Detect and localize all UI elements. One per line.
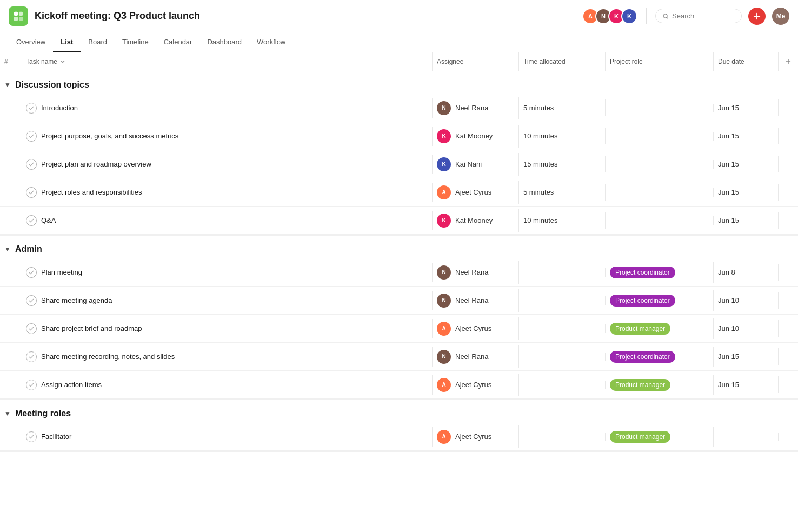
- group-admin: ▼ Admin Plan meeting N Neel Rana Project…: [0, 236, 798, 400]
- table-row: Facilitator A Ajeet Cyrus Product manage…: [0, 423, 798, 451]
- col-num-header: #: [0, 52, 22, 71]
- assignee-name: Kat Mooney: [455, 216, 493, 224]
- group-discussion-topics: ▼ Discussion topics Introduction N Neel …: [0, 71, 798, 236]
- task-cell[interactable]: Assign action items: [22, 375, 433, 395]
- check-icon[interactable]: [26, 295, 37, 306]
- assignee-name: Neel Rana: [455, 296, 488, 304]
- user-avatar[interactable]: Me: [772, 8, 789, 25]
- app-icon: [9, 6, 28, 26]
- team-avatars[interactable]: A N K K: [582, 8, 637, 24]
- due-cell: Jun 10: [714, 320, 779, 337]
- due-cell: Jun 15: [714, 99, 779, 116]
- group-meeting-roles-header: ▼ Meeting roles: [0, 400, 798, 423]
- role-badge[interactable]: Project coordinator: [610, 295, 675, 307]
- due-cell: Jun 15: [714, 156, 779, 172]
- due-cell: Jun 15: [714, 128, 779, 144]
- task-cell[interactable]: Share project brief and roadmap: [22, 319, 433, 338]
- task-cell[interactable]: Project plan and roadmap overview: [22, 155, 433, 174]
- tab-calendar[interactable]: Calendar: [156, 32, 200, 52]
- time-cell: 10 minutes: [519, 128, 606, 144]
- add-column-icon[interactable]: [784, 58, 792, 65]
- tab-overview[interactable]: Overview: [9, 32, 53, 52]
- project-title: Kickoff meeting: Q3 Product launch: [35, 10, 200, 22]
- task-name: Share meeting agenda: [41, 296, 112, 304]
- role-badge[interactable]: Product manager: [610, 323, 670, 335]
- role-cell: Project coordinator: [606, 347, 714, 367]
- check-icon[interactable]: [26, 323, 37, 334]
- role-cell: [606, 160, 714, 169]
- group-chevron-discussion[interactable]: ▼: [4, 81, 11, 89]
- assignee-cell: K Kat Mooney: [433, 125, 519, 148]
- tab-list[interactable]: List: [53, 32, 81, 52]
- table-row: Introduction N Neel Rana 5 minutes Jun 1…: [0, 94, 798, 122]
- avatar: N: [437, 265, 451, 280]
- task-name: Assign action items: [41, 381, 102, 389]
- sort-icon[interactable]: [59, 58, 66, 65]
- task-cell[interactable]: Introduction: [22, 98, 433, 118]
- check-icon[interactable]: [26, 215, 37, 226]
- task-name: Project plan and roadmap overview: [41, 160, 151, 168]
- check-icon[interactable]: [26, 267, 37, 278]
- role-cell: [606, 132, 714, 141]
- task-cell[interactable]: Facilitator: [22, 427, 433, 447]
- tab-timeline[interactable]: Timeline: [115, 32, 156, 52]
- role-badge[interactable]: Product manager: [610, 379, 670, 391]
- search-box[interactable]: [655, 9, 742, 23]
- role-badge[interactable]: Product manager: [610, 431, 670, 443]
- time-cell: [519, 433, 606, 441]
- check-icon[interactable]: [26, 187, 37, 198]
- task-cell[interactable]: Share meeting agenda: [22, 291, 433, 310]
- group-title-discussion: Discussion topics: [15, 80, 89, 90]
- avatar: K: [437, 157, 451, 171]
- avatar: A: [437, 430, 451, 444]
- table-row: Share meeting agenda N Neel Rana Project…: [0, 287, 798, 315]
- assignee-cell: N Neel Rana: [433, 261, 519, 284]
- add-button[interactable]: [748, 8, 766, 25]
- check-icon[interactable]: [26, 380, 37, 390]
- row-num: [0, 188, 22, 197]
- role-cell: Product manager: [606, 375, 714, 395]
- check-icon[interactable]: [26, 103, 37, 114]
- task-name: Project roles and responsibilities: [41, 188, 142, 196]
- assignee-cell: N Neel Rana: [433, 97, 519, 119]
- check-icon[interactable]: [26, 159, 37, 170]
- assignee-name: Kai Nani: [455, 160, 482, 168]
- role-badge[interactable]: Project coordinator: [610, 267, 675, 278]
- col-add-header[interactable]: [779, 52, 798, 71]
- group-chevron-admin[interactable]: ▼: [4, 245, 11, 253]
- check-icon[interactable]: [26, 431, 37, 442]
- table-row: Assign action items A Ajeet Cyrus Produc…: [0, 371, 798, 399]
- assignee-cell: N Neel Rana: [433, 289, 519, 312]
- task-cell[interactable]: Project purpose, goals, and success metr…: [22, 127, 433, 146]
- task-cell[interactable]: Share meeting recording, notes, and slid…: [22, 347, 433, 367]
- due-cell: [714, 433, 779, 441]
- role-badge[interactable]: Project coordinator: [610, 351, 675, 363]
- check-icon[interactable]: [26, 351, 37, 362]
- time-cell: 10 minutes: [519, 212, 606, 229]
- svg-rect-1: [19, 11, 23, 15]
- time-cell: [519, 268, 606, 277]
- table-row: Share meeting recording, notes, and slid…: [0, 343, 798, 371]
- assignee-cell: A Ajeet Cyrus: [433, 425, 519, 448]
- avatar: N: [437, 294, 451, 308]
- search-icon: [662, 12, 669, 20]
- assignee-name: Ajeet Cyrus: [455, 381, 491, 389]
- task-cell[interactable]: Project roles and responsibilities: [22, 183, 433, 202]
- search-input[interactable]: [672, 12, 735, 20]
- assignee-cell: A Ajeet Cyrus: [433, 317, 519, 340]
- assignee-cell: A Ajeet Cyrus: [433, 374, 519, 396]
- tab-board[interactable]: Board: [81, 32, 115, 52]
- row-num: [0, 216, 22, 225]
- task-cell[interactable]: Plan meeting: [22, 263, 433, 282]
- check-icon[interactable]: [26, 131, 37, 142]
- avatar: N: [437, 101, 451, 115]
- time-cell: 5 minutes: [519, 99, 606, 116]
- due-cell: Jun 8: [714, 264, 779, 281]
- task-cell[interactable]: Q&A: [22, 211, 433, 230]
- tab-workflow[interactable]: Workflow: [249, 32, 293, 52]
- avatar-kai[interactable]: K: [621, 8, 637, 24]
- due-cell: Jun 15: [714, 184, 779, 201]
- group-chevron-meeting-roles[interactable]: ▼: [4, 410, 11, 417]
- svg-rect-2: [14, 16, 18, 20]
- tab-dashboard[interactable]: Dashboard: [200, 32, 249, 52]
